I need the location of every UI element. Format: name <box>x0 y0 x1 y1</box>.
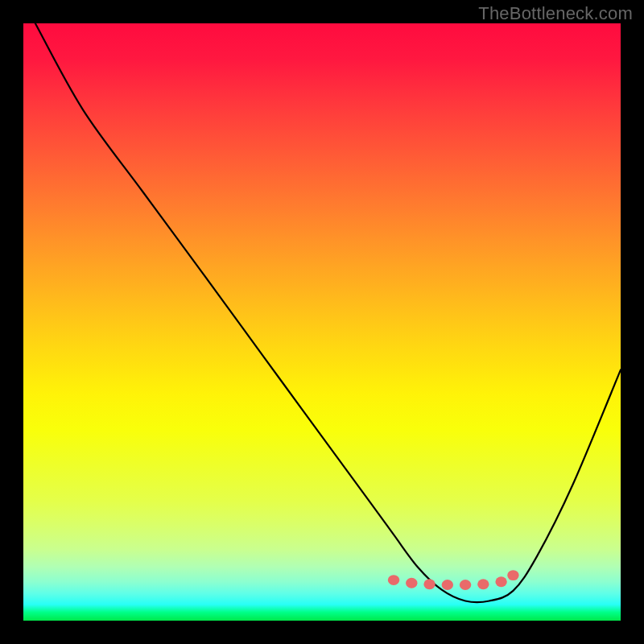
marker-dot <box>507 570 518 580</box>
marker-dot <box>388 575 399 585</box>
marker-dot <box>423 579 435 589</box>
watermark-label: TheBottleneck.com <box>478 3 633 24</box>
valley-markers <box>388 570 519 590</box>
marker-dot <box>477 579 489 589</box>
bottleneck-curve <box>35 23 621 602</box>
chart-frame: TheBottleneck.com <box>0 0 644 644</box>
marker-dot <box>442 580 453 590</box>
marker-dot <box>495 576 506 587</box>
marker-dot <box>460 580 471 590</box>
chart-svg <box>23 23 621 621</box>
marker-dot <box>406 578 417 588</box>
